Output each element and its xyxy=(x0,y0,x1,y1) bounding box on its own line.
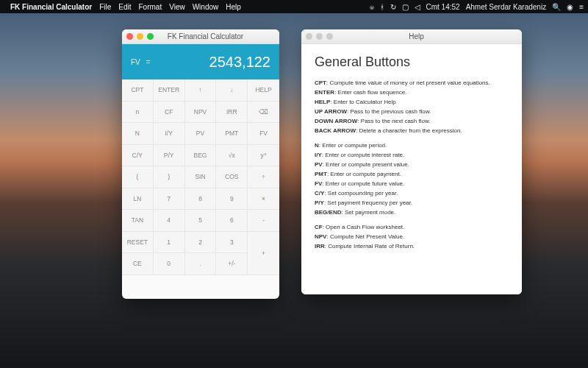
key-9[interactable]: 9 xyxy=(216,188,248,210)
help-line: N: Enter or compute period. xyxy=(315,141,509,150)
help-line: C/Y: Set compounding per year. xyxy=(315,189,509,198)
help-line: CPT: Compute time value of money or net … xyxy=(315,79,509,88)
key-8[interactable]: 8 xyxy=(185,188,217,210)
key-7[interactable]: 7 xyxy=(154,188,185,210)
help-line: DOWN ARROW: Pass to the next cash flow. xyxy=(315,117,509,126)
display-eq: = xyxy=(146,58,151,66)
menu-app[interactable]: FK Financial Calculator xyxy=(10,3,92,11)
volume-icon[interactable]: ◁ xyxy=(415,3,420,11)
key--[interactable]: +/- xyxy=(216,253,248,275)
key--[interactable]: × xyxy=(248,188,279,210)
key--[interactable]: - xyxy=(248,210,279,232)
key--[interactable]: ↑ xyxy=(185,79,217,102)
menu-window[interactable]: Window xyxy=(193,3,219,11)
close-icon[interactable] xyxy=(306,33,312,40)
siri-icon[interactable]: ◉ xyxy=(567,3,573,11)
menu-format[interactable]: Format xyxy=(139,3,162,11)
menubar-user[interactable]: Ahmet Serdar Karadeniz xyxy=(466,3,547,11)
key-n[interactable]: N xyxy=(122,123,154,145)
bluetooth-icon[interactable]: ᚼ xyxy=(380,3,384,11)
help-line: ENTER: Enter cash flow sequence. xyxy=(315,88,509,97)
help-line: UP ARROW: Pass to the previous cash flow… xyxy=(315,107,509,116)
menu-edit[interactable]: Edit xyxy=(118,3,131,11)
help-line: PMT: Enter or compute payment. xyxy=(315,170,509,179)
key-sin[interactable]: SIN xyxy=(185,166,217,188)
key--[interactable]: ↓ xyxy=(216,79,248,102)
key-5[interactable]: 5 xyxy=(185,210,217,232)
key-npv[interactable]: NPV xyxy=(185,102,217,124)
help-title: Help xyxy=(315,32,517,40)
key-1[interactable]: 1 xyxy=(154,232,185,254)
help-line: CF: Open a Cash Flow worksheet. xyxy=(315,223,509,232)
key--[interactable]: ) xyxy=(154,166,185,188)
help-line: IRR: Compute Internal Rate of Return. xyxy=(315,242,509,251)
close-icon[interactable] xyxy=(126,33,133,40)
key-cpt[interactable]: CPT xyxy=(122,79,154,102)
airplay-icon[interactable]: ▢ xyxy=(402,3,409,11)
help-line: BACK ARROW: Delete a character from the … xyxy=(315,127,509,135)
key-fv[interactable]: FV xyxy=(248,123,279,145)
key-ce[interactable]: CE xyxy=(122,253,154,275)
key-c-y[interactable]: C/Y xyxy=(122,145,154,167)
key-i-y[interactable]: I/Y xyxy=(154,123,185,145)
calc-titlebar[interactable]: FK Financial Calculator xyxy=(122,29,279,44)
help-window: Help General Buttons CPT: Compute time v… xyxy=(301,29,522,294)
key-beg[interactable]: BEG xyxy=(185,145,217,167)
key-4[interactable]: 4 xyxy=(154,210,185,232)
key-tan[interactable]: TAN xyxy=(122,210,154,232)
key--[interactable]: ⌫ xyxy=(248,102,279,124)
key--[interactable]: ( xyxy=(122,166,154,188)
help-line: PV: Enter or compute present value. xyxy=(315,160,509,169)
key-enter[interactable]: ENTER xyxy=(154,79,185,102)
key-2[interactable]: 2 xyxy=(185,232,217,254)
timemachine-icon[interactable]: ↻ xyxy=(390,3,396,11)
key--[interactable]: ÷ xyxy=(248,166,279,188)
key-3[interactable]: 3 xyxy=(216,232,248,254)
status-icon[interactable]: ⍟ xyxy=(370,3,374,11)
key-irr[interactable]: IRR xyxy=(216,102,248,124)
calculator-window: FK Financial Calculator FV = 2543,122 CP… xyxy=(122,29,279,299)
key-0[interactable]: 0 xyxy=(154,253,185,275)
key-p-y[interactable]: P/Y xyxy=(154,145,185,167)
calc-display: FV = 2543,122 xyxy=(122,44,279,79)
menu-help[interactable]: Help xyxy=(226,3,241,11)
key-help[interactable]: HELP xyxy=(248,79,279,102)
display-value: 2543,122 xyxy=(209,54,270,71)
help-titlebar[interactable]: Help xyxy=(301,29,522,44)
help-line: NPV: Compute Net Present Value. xyxy=(315,233,509,241)
key--x[interactable]: √x xyxy=(216,145,248,167)
key-pmt[interactable]: PMT xyxy=(216,123,248,145)
help-line: P/Y: Set payment frequency per year. xyxy=(315,199,509,208)
help-heading: General Buttons xyxy=(315,54,509,70)
help-line: I/Y: Enter or compute interest rate. xyxy=(315,151,509,160)
key-cos[interactable]: COS xyxy=(216,166,248,188)
key-cf[interactable]: CF xyxy=(154,102,185,124)
menubar-time[interactable]: Cmt 14:52 xyxy=(426,3,460,11)
key-ln[interactable]: LN xyxy=(122,188,154,210)
notification-center-icon[interactable]: ≡ xyxy=(579,3,584,11)
display-fn: FV xyxy=(131,58,140,66)
help-body: General Buttons CPT: Compute time value … xyxy=(301,44,522,294)
key-6[interactable]: 6 xyxy=(216,210,248,232)
help-line: BEG/END: Set payment mode. xyxy=(315,208,509,217)
menu-file[interactable]: File xyxy=(99,3,111,11)
key-n[interactable]: n xyxy=(122,102,154,124)
menu-view[interactable]: View xyxy=(169,3,185,11)
key-reset[interactable]: RESET xyxy=(122,232,154,254)
help-line: HELP: Enter to Calculator Help xyxy=(315,98,509,107)
key--[interactable]: . xyxy=(185,253,217,275)
key-pv[interactable]: PV xyxy=(185,123,217,145)
key--[interactable]: + xyxy=(248,232,279,275)
menubar: FK Financial Calculator File Edit Format… xyxy=(0,0,588,13)
help-line: FV: Enter or compute future value. xyxy=(315,180,509,188)
key-y-[interactable]: yˣ xyxy=(248,145,279,167)
spotlight-icon[interactable]: 🔍 xyxy=(552,3,561,11)
calc-keypad: CPTENTER↑↓HELPnCFNPVIRR⌫NI/YPVPMTFVC/YP/… xyxy=(122,79,279,275)
calc-title: FK Financial Calculator xyxy=(136,32,275,40)
